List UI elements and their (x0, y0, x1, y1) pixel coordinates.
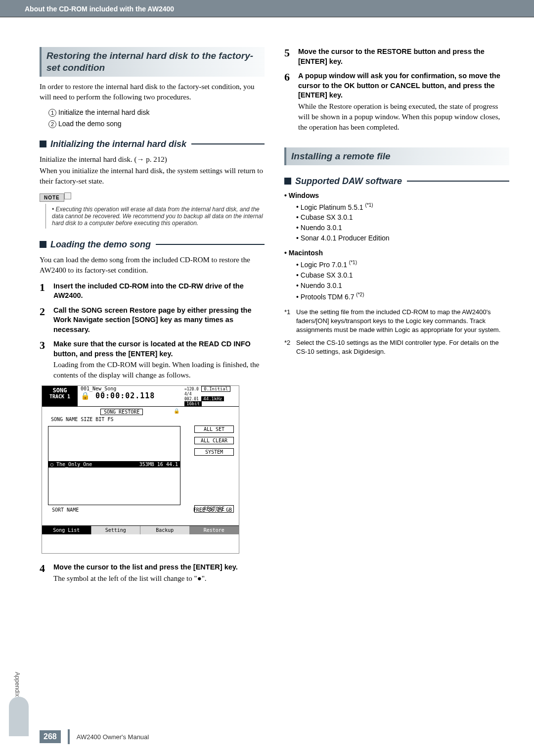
side-pill (9, 697, 29, 736)
mac-heading: • Macintosh (284, 249, 509, 257)
restore-button[interactable]: RESTORE (194, 505, 234, 513)
square-icon (284, 178, 291, 185)
step-num: 6 (284, 71, 298, 133)
daw-item: Cubase SX 3.0.1 (296, 213, 509, 221)
step-num: 2 (40, 306, 53, 335)
tab-songlist[interactable]: Song List (42, 526, 91, 534)
windows-list: Logic Platinum 5.5.1 (*1) Cubase SX 3.0.… (296, 202, 509, 242)
page-footer: 268 AW2400 Owner's Manual (40, 729, 149, 744)
subheading-loading: Loading the demo song (40, 239, 265, 250)
circled-2: 2 (48, 120, 56, 128)
footnote-1: *1 Use the setting file from the include… (284, 308, 509, 335)
init-p1: Initialize the internal hard disk. (→ p.… (40, 154, 265, 165)
page-number: 268 (40, 730, 61, 743)
windows-heading: • Windows (284, 191, 509, 199)
screenshot-songinfo: 001_New_Song 🔒 00:00:02.118 (78, 386, 184, 406)
step-4: 4 Move the cursor to the list and press … (40, 563, 265, 584)
heading-line (407, 181, 509, 182)
screenshot-meter: =120.0 0.Initial 4/4 002.01 44.1kHz 16bi… (184, 386, 239, 406)
step-num: 3 (40, 339, 53, 380)
pencil-icon (64, 192, 71, 199)
screenshot-body: SONG RESTORE SONG NAME SIZE BIT FS 🔒 ALL… (42, 407, 239, 525)
appendix-tab: Appendix (14, 672, 21, 697)
square-icon (40, 241, 46, 248)
step-num: 4 (40, 563, 53, 584)
circled-1: 1 (48, 109, 56, 117)
section-title-restore: Restoring the internal hard disk to the … (40, 47, 265, 77)
daw-item: Nuendo 3.0.1 (296, 224, 509, 232)
left-column: Restoring the internal hard disk to the … (40, 47, 265, 589)
note-label: NOTE (40, 193, 64, 202)
daw-item: Logic Pro 7.0.1 (*1) (296, 260, 509, 269)
step-5: 5 Move the cursor to the RESTORE button … (284, 47, 509, 66)
init-p2: When you initialize the internal hard di… (40, 166, 265, 187)
tab-setting[interactable]: Setting (91, 526, 141, 534)
list-row[interactable]: ○ The_Only_One 353MB 16 44.1 (48, 461, 180, 468)
step-1: 1 Insert the included CD-ROM into the CD… (40, 282, 265, 301)
note-text: • Executing this operation will erase al… (45, 204, 265, 229)
loading-intro: You can load the demo song from the incl… (40, 255, 265, 276)
daw-item: Cubase SX 3.0.1 (296, 271, 509, 279)
manual-title: AW2400 Owner's Manual (77, 733, 149, 741)
square-icon (40, 141, 46, 147)
column-headers: SONG NAME SIZE BIT FS (51, 417, 235, 422)
tab-restore[interactable]: Restore (190, 526, 239, 534)
step-num: 1 (40, 282, 53, 301)
intro-paragraph: In order to restore the internal hard di… (40, 82, 265, 102)
heading-line (191, 143, 265, 144)
song-restore-label: SONG RESTORE (100, 409, 143, 415)
heading-line (156, 244, 265, 245)
all-clear-button[interactable]: ALL CLEAR (194, 437, 234, 444)
daw-item: Nuendo 3.0.1 (296, 282, 509, 289)
screenshot-tabs: Song List Setting Backup Restore (42, 525, 239, 534)
screenshot-header: SONG TRACK 1 001_New_Song 🔒 00:00:02.118… (42, 386, 239, 407)
mac-list: Logic Pro 7.0.1 (*1) Cubase SX 3.0.1 Nue… (296, 260, 509, 300)
procedure-list: 1Initialize the internal hard disk 2Load… (48, 108, 265, 128)
subheading-initialize: Initializing the internal hard disk (40, 139, 265, 149)
lock-icon: 🔒 (174, 408, 179, 414)
step-2: 2 Call the SONG screen Restore page by e… (40, 306, 265, 335)
section-title-install: Installing a remote file (284, 147, 509, 165)
footnote-2: *2 Select the CS-10 settings as the MIDI… (284, 338, 509, 356)
subheading-daw: Supported DAW software (284, 176, 509, 187)
breadcrumb-text: About the CD-ROM included with the AW240… (25, 5, 174, 13)
step-num: 5 (284, 47, 298, 66)
page-header: About the CD-ROM included with the AW240… (0, 0, 534, 17)
step-6: 6 A popup window will ask you for confir… (284, 71, 509, 133)
procedure-2: 2Load the demo song (48, 120, 265, 128)
all-set-button[interactable]: ALL SET (194, 425, 234, 433)
daw-item: Logic Platinum 5.5.1 (*1) (296, 202, 509, 211)
note-box: NOTE • Executing this operation will era… (40, 192, 265, 229)
procedure-1: 1Initialize the internal hard disk (48, 108, 265, 117)
song-list[interactable]: ○ The_Only_One 353MB 16 44.1 (48, 426, 180, 505)
content-area: Restoring the internal hard disk to the … (0, 17, 534, 589)
right-column: 5 Move the cursor to the RESTORE button … (284, 47, 509, 589)
song-restore-screenshot: SONG TRACK 1 001_New_Song 🔒 00:00:02.118… (42, 385, 239, 554)
daw-item: Sonar 4.0.1 Producer Edition (296, 234, 509, 242)
footer-bar-icon (68, 729, 70, 744)
daw-item: Protools TDM 6.7 (*2) (296, 292, 509, 301)
step-3: 3 Make sure that the cursor is located a… (40, 339, 265, 380)
screenshot-title: SONG TRACK 1 (42, 386, 78, 406)
tab-backup[interactable]: Backup (140, 526, 190, 534)
side-buttons: ALL SET ALL CLEAR SYSTEM (194, 425, 234, 460)
system-button[interactable]: SYSTEM (194, 448, 234, 456)
